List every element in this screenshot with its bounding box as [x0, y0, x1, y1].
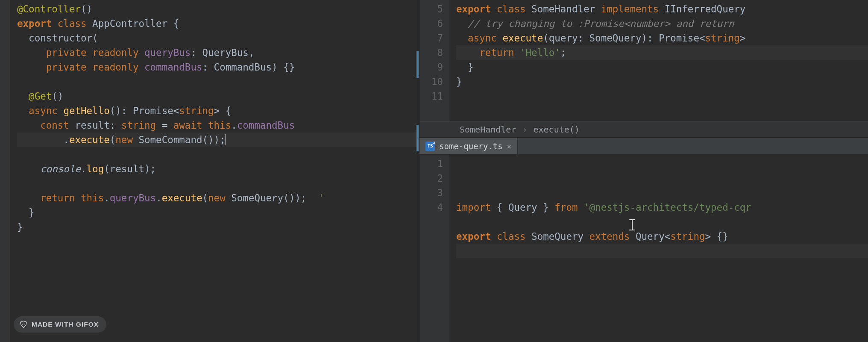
code-area-left[interactable]: @Controller()export class AppController …: [10, 0, 419, 342]
gifox-watermark: MADE WITH GIFOX: [14, 316, 106, 333]
breadcrumb-class[interactable]: SomeHandler: [460, 124, 516, 135]
tab-bar[interactable]: TS some-query.ts ✕: [419, 138, 868, 155]
code-line[interactable]: private readonly queryBus: QueryBus,: [17, 45, 419, 60]
code-line[interactable]: async getHello(): Promise<string> {: [17, 103, 419, 118]
code-line[interactable]: [456, 215, 868, 229]
code-line[interactable]: private readonly commandBus: CommandBus)…: [17, 60, 419, 74]
code-line[interactable]: @Get(): [17, 89, 419, 103]
code-line[interactable]: }: [17, 220, 419, 234]
vcs-change-marker[interactable]: [416, 125, 419, 151]
code-line[interactable]: [456, 89, 868, 103]
code-line[interactable]: const result: string = await this.comman…: [17, 118, 419, 133]
code-line[interactable]: constructor(: [17, 31, 419, 45]
code-line[interactable]: .execute(new SomeCommand());: [17, 133, 419, 147]
code-line[interactable]: }: [456, 74, 868, 89]
code-line[interactable]: [17, 147, 419, 162]
code-line[interactable]: }: [456, 60, 868, 74]
code-line[interactable]: console.log(result);: [17, 162, 419, 176]
close-icon[interactable]: ✕: [507, 142, 511, 150]
left-editor[interactable]: @Controller()export class AppController …: [0, 0, 419, 342]
code-line[interactable]: async execute(query: SomeQuery): Promise…: [456, 31, 868, 45]
code-area-right-top[interactable]: export class SomeHandler implements IInf…: [449, 0, 868, 121]
left-editor-pane: @Controller()export class AppController …: [0, 0, 419, 342]
gifox-icon: [19, 320, 28, 329]
chevron-right-icon: ›: [522, 124, 527, 135]
code-line[interactable]: [17, 74, 419, 89]
line-numbers: 567891011: [419, 0, 449, 121]
code-line[interactable]: export class SomeQuery extends Query<str…: [456, 229, 868, 244]
code-line[interactable]: import { Query } from '@nestjs-architect…: [456, 200, 868, 215]
code-line[interactable]: [17, 176, 419, 191]
code-area-right-bottom[interactable]: import { Query } from '@nestjs-architect…: [449, 155, 868, 342]
fold-gutter[interactable]: [0, 0, 10, 342]
vcs-change-marker[interactable]: [416, 51, 419, 78]
right-top-editor[interactable]: 567891011 export class SomeHandler imple…: [419, 0, 868, 121]
ide-root: @Controller()export class AppController …: [0, 0, 868, 342]
line-numbers: 1234: [419, 155, 449, 342]
code-line[interactable]: }: [17, 205, 419, 220]
code-line[interactable]: return this.queryBus.execute(new SomeQue…: [17, 191, 419, 205]
tab-some-query[interactable]: TS some-query.ts ✕: [419, 138, 518, 154]
tab-filename: some-query.ts: [439, 142, 503, 151]
right-editor-pane: 567891011 export class SomeHandler imple…: [419, 0, 868, 342]
code-line[interactable]: // try changing to :Promise<number> and …: [456, 16, 868, 31]
code-line[interactable]: [456, 244, 868, 258]
breadcrumb[interactable]: SomeHandler › execute(): [419, 121, 868, 138]
code-line[interactable]: @Controller(): [17, 2, 419, 16]
typescript-file-icon: TS: [425, 142, 435, 151]
breadcrumb-method[interactable]: execute(): [534, 124, 580, 135]
code-line[interactable]: return 'Hello';: [456, 45, 868, 60]
right-bottom-editor[interactable]: 1234 import { Query } from '@nestjs-arch…: [419, 155, 868, 342]
watermark-text: MADE WITH GIFOX: [32, 321, 99, 328]
code-line[interactable]: export class SomeHandler implements IInf…: [456, 2, 868, 16]
code-line[interactable]: export class AppController {: [17, 16, 419, 31]
